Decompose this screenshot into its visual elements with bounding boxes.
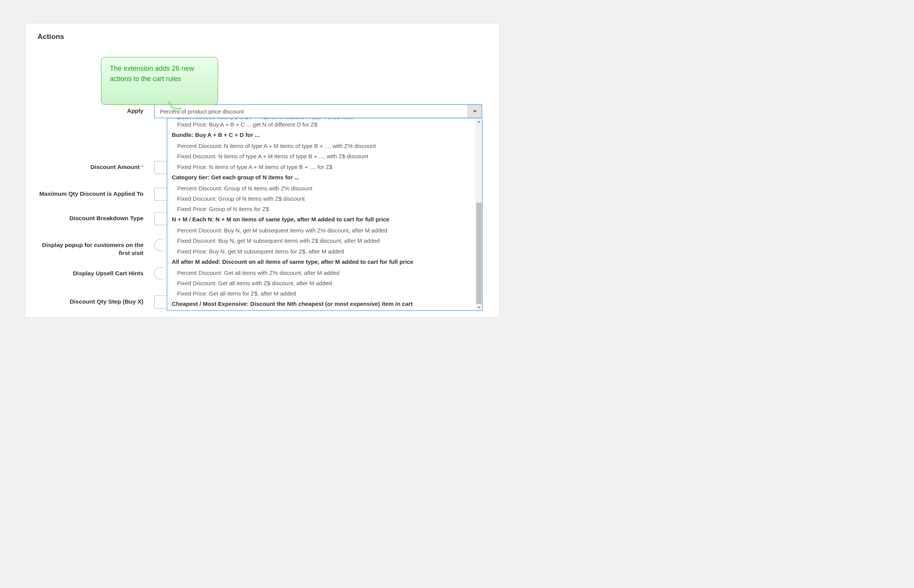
display-popup-toggle[interactable] — [154, 239, 163, 251]
dropdown-option[interactable]: Fixed Price: Get all items for Z$, after… — [167, 288, 476, 299]
max-qty-label: Maximum Qty Discount is Applied To — [37, 188, 154, 198]
dropdown-option[interactable]: Fixed Discount: N items of type A + M it… — [167, 151, 476, 161]
dropdown-option[interactable]: Percent Discount: Group of N items with … — [167, 183, 476, 193]
discount-amount-label: Discount Amount* — [37, 161, 154, 171]
dropdown-group-label: All after M added: Discount on all items… — [167, 257, 476, 268]
dropdown-option[interactable]: Percent Discount: Get the nth cheapest i… — [167, 310, 476, 310]
display-upsell-label: Display Upsell Cart Hints — [37, 267, 154, 278]
apply-dropdown-list: Fixed Discount: Buy A + B + C ... get N … — [167, 119, 476, 310]
chevron-down-icon — [477, 307, 481, 309]
dropdown-option[interactable]: Fixed Price: Buy N, get M subsequent ite… — [167, 246, 476, 257]
dropdown-option[interactable]: Fixed Price: Buy A + B + C ... get N of … — [167, 119, 476, 130]
chevron-up-icon — [477, 121, 481, 123]
dropdown-option[interactable]: Fixed Price: N items of type A + M items… — [167, 162, 476, 172]
dropdown-group-label: Bundle: Buy A + B + C + D for ... — [167, 130, 476, 141]
discount-qty-step-label: Discount Qty Step (Buy X) — [37, 296, 154, 306]
dropdown-option[interactable]: Percent Discount: N items of type A + M … — [167, 141, 476, 151]
apply-dropdown[interactable]: Fixed Discount: Buy A + B + C ... get N … — [167, 118, 482, 311]
dropdown-option[interactable]: Percent Discount: Get all items with Z% … — [167, 268, 476, 278]
dropdown-option[interactable]: Fixed Discount: Get all items with Z$ di… — [167, 278, 476, 288]
scrollbar-track[interactable] — [476, 119, 482, 310]
dropdown-option[interactable]: Percent Discount: Buy N, get M subsequen… — [167, 225, 476, 236]
callout-text: The extension adds 26 new actions to the… — [110, 65, 194, 83]
callout-tail-icon — [168, 101, 184, 112]
panel-title: Actions — [37, 32, 64, 41]
dropdown-option[interactable]: Fixed Discount: Group of N items with Z$… — [167, 193, 476, 204]
dropdown-group-label: N + M / Each N: N + M on items of same t… — [167, 214, 476, 225]
discount-breakdown-label: Discount Breakdown Type — [37, 212, 154, 223]
dropdown-group-label: Category tier: Get each group of N items… — [167, 172, 476, 183]
display-popup-label: Display popup for customers on the first… — [37, 239, 154, 257]
display-upsell-toggle[interactable] — [154, 267, 163, 279]
scrollbar-thumb[interactable] — [476, 203, 482, 304]
scroll-down-button[interactable] — [476, 304, 482, 310]
dropdown-option[interactable]: Fixed Discount: Buy N, get M subsequent … — [167, 236, 476, 246]
dropdown-option[interactable]: Fixed Price: Group of N items for Z$ — [167, 204, 476, 214]
actions-panel: Actions The extension adds 26 new action… — [25, 23, 499, 317]
info-callout: The extension adds 26 new actions to the… — [101, 57, 218, 105]
dropdown-group-label: Cheapest / Most Expensive: Discount the … — [167, 299, 476, 310]
scroll-up-button[interactable] — [476, 119, 482, 125]
